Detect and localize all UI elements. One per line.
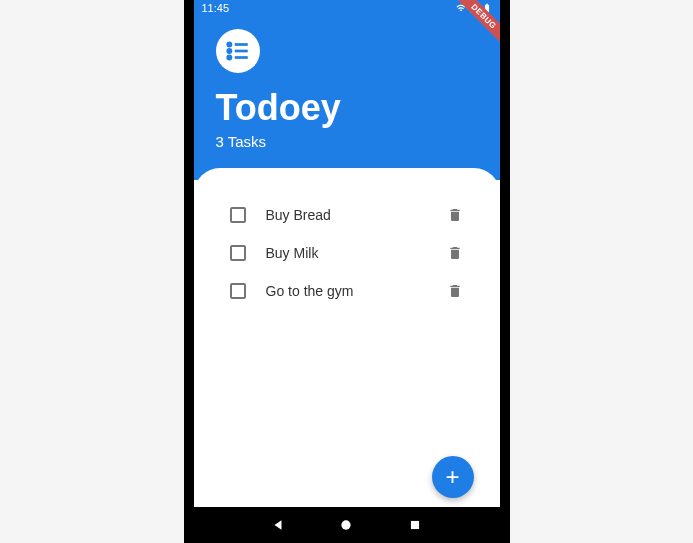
delete-button[interactable] (446, 206, 464, 224)
task-row: Go to the gym (220, 272, 474, 310)
trash-icon (447, 245, 463, 261)
list-icon (225, 38, 251, 64)
task-row: Buy Milk (220, 234, 474, 272)
delete-button[interactable] (446, 282, 464, 300)
svg-point-4 (227, 56, 230, 59)
svg-point-2 (227, 49, 230, 52)
nav-home-button[interactable] (339, 518, 353, 532)
android-nav-bar (194, 507, 500, 543)
phone-screen: 11:45 DEBUG Todoey 3 Tasks (194, 0, 500, 543)
status-bar: 11:45 (194, 0, 500, 15)
task-label: Buy Bread (266, 207, 426, 223)
add-task-fab[interactable]: + (432, 456, 474, 498)
delete-button[interactable] (446, 244, 464, 262)
svg-point-6 (342, 520, 351, 529)
app-header: Todoey 3 Tasks (194, 15, 500, 180)
nav-recent-button[interactable] (408, 518, 422, 532)
phone-frame: 11:45 DEBUG Todoey 3 Tasks (184, 0, 510, 543)
nav-back-button[interactable] (271, 518, 285, 532)
task-count: 3 Tasks (216, 133, 478, 150)
status-time: 11:45 (202, 2, 230, 14)
task-checkbox[interactable] (230, 283, 246, 299)
task-label: Go to the gym (266, 283, 426, 299)
menu-button[interactable] (216, 29, 260, 73)
app-title: Todoey (216, 87, 478, 129)
task-row: Buy Bread (220, 196, 474, 234)
square-recent-icon (408, 518, 422, 532)
task-checkbox[interactable] (230, 245, 246, 261)
plus-icon: + (445, 463, 459, 491)
task-checkbox[interactable] (230, 207, 246, 223)
trash-icon (447, 207, 463, 223)
trash-icon (447, 283, 463, 299)
circle-home-icon (339, 518, 353, 532)
svg-rect-7 (411, 521, 419, 529)
task-label: Buy Milk (266, 245, 426, 261)
triangle-back-icon (271, 518, 285, 532)
svg-point-0 (227, 43, 230, 46)
